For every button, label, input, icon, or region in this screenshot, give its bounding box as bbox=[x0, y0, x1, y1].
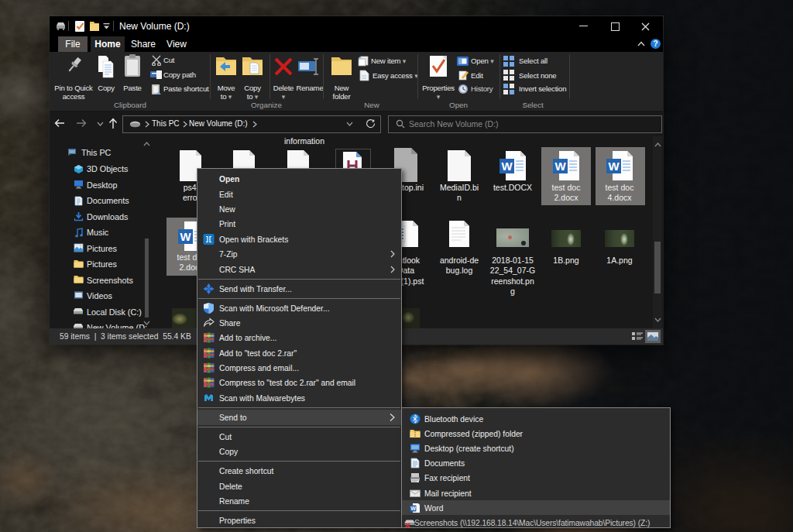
svg-text:W: W bbox=[554, 160, 566, 173]
svg-text:W: W bbox=[410, 506, 416, 511]
svg-text:W: W bbox=[501, 160, 513, 173]
svg-text:W: W bbox=[180, 230, 191, 243]
svg-text:W: W bbox=[608, 160, 620, 173]
